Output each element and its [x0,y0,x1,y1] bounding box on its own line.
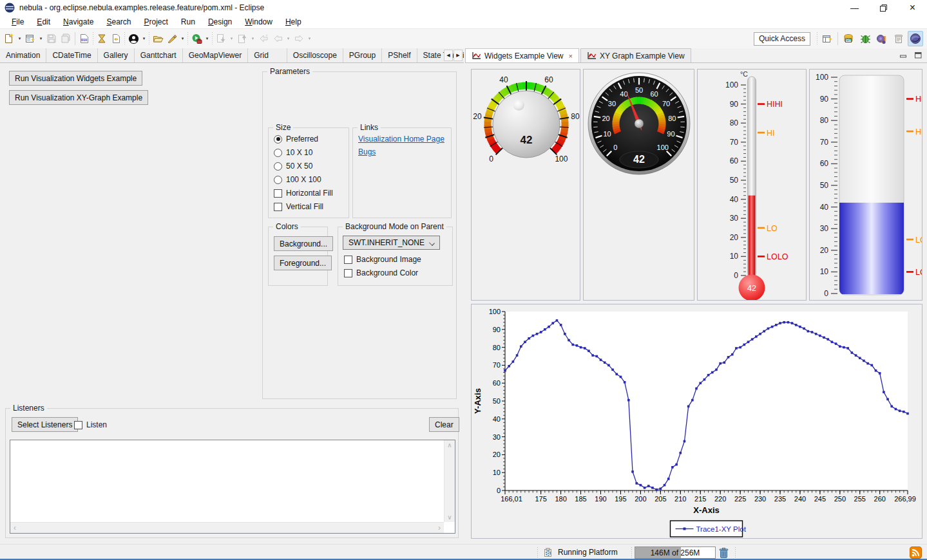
script-perspective-icon[interactable] [891,31,906,46]
nebula-perspective-icon[interactable] [908,31,923,46]
bugs-link[interactable]: Bugs [358,147,376,156]
radio-100x100[interactable]: 100 X 100 [274,175,321,184]
tab-pshelf[interactable]: PShelf [382,48,417,62]
previous-annotation-icon [235,32,249,46]
garbage-collect-icon[interactable] [718,547,729,559]
menu-window[interactable]: Window [238,17,279,28]
statusbar: Running Platform 146M of 256M [0,544,927,560]
tab-scroll-right-icon[interactable]: ▶ [454,50,463,61]
main-toolbar: ▾ ▾ 010 ▾ ▾ ▾ ▾ ▾ ▾ ▾ Quick Access [0,28,927,48]
menu-file[interactable]: File [5,17,30,28]
checkbox-background-color[interactable]: Background Color [344,268,418,277]
tab-gallery[interactable]: Gallery [98,48,135,62]
open-type-icon[interactable] [95,32,109,46]
visualization-home-page-link[interactable]: Visualization Home Page [358,135,444,144]
menu-project[interactable]: Project [137,17,174,28]
checkbox-vertical-fill[interactable]: Vertical Fill [274,202,323,211]
vertical-scrollbar[interactable]: ∧∨ [444,440,455,522]
toolbar-separator [148,32,150,45]
svg-text:0: 0 [734,271,738,280]
open-folder-icon[interactable] [151,32,165,46]
clear-button[interactable]: Clear [429,417,459,432]
debug-perspective-icon[interactable] [857,31,873,46]
tab-ganttchart[interactable]: Ganttchart [135,48,183,62]
svg-text:LO: LO [767,224,778,233]
menu-help[interactable]: Help [279,17,308,28]
radio-50x50[interactable]: 50 X 50 [274,162,312,171]
svg-text:LOLO: LOLO [767,252,788,261]
save-all-icon [59,32,73,46]
horizontal-scrollbar[interactable]: ‹› [10,522,444,533]
toolbar-separator [75,32,75,45]
checkbox-label: Vertical Fill [286,202,323,211]
knob-widget[interactable]: 02040608010042 [471,69,580,301]
tab-pgroup[interactable]: PGroup [343,48,382,62]
colors-group-title: Colors [273,222,301,231]
restore-button[interactable] [869,0,898,15]
tab-cdatetime[interactable]: CDateTime [46,48,97,62]
close-tab-icon[interactable]: × [569,52,573,60]
maximize-view-icon[interactable] [915,51,922,59]
tab-animation[interactable]: Animation [0,48,46,62]
highlight-icon[interactable] [165,32,179,46]
svg-text:30: 30 [730,214,739,223]
highlight-dropdown-icon[interactable]: ▾ [179,32,186,46]
background-mode-group-title: Background Mode on Parent [343,222,446,231]
user-dropdown-icon[interactable]: ▾ [140,32,148,46]
new-dropdown-icon[interactable]: ▾ [16,32,23,46]
menu-search[interactable]: Search [100,17,137,28]
svg-text:70: 70 [493,361,501,369]
radio-preferred[interactable]: Preferred [274,135,318,144]
git-perspective-icon[interactable]: GIT [841,31,856,46]
svg-text:20: 20 [493,451,501,458]
svg-text:20: 20 [820,246,829,255]
running-task-icon [543,547,553,557]
binary-file-icon[interactable]: 010 [77,32,91,46]
tab-geomapviewer[interactable]: GeoMapViewer [183,48,249,62]
minimize-view-icon[interactable] [900,51,907,59]
tab-widgets-example-view[interactable]: Widgets Example View × [465,48,579,62]
run-widgets-example-button[interactable]: Run Visualization Widgets Example [9,71,142,86]
menu-edit[interactable]: Edit [30,17,57,28]
close-button[interactable]: × [898,0,927,15]
menu-navigate[interactable]: Navigate [57,17,100,28]
xy-graph-widget[interactable]: 0102030405060708090100166,01175180185190… [471,304,922,539]
new-wizard-icon[interactable] [23,32,37,46]
status-separator [734,547,736,558]
new-icon[interactable] [2,32,16,46]
menu-run[interactable]: Run [175,17,202,28]
open-perspective-icon[interactable] [819,31,835,46]
minimize-button[interactable]: — [840,0,869,15]
menu-design[interactable]: Design [202,17,238,28]
notifications-icon[interactable] [910,546,922,559]
foreground-color-button[interactable]: Foreground... [274,256,332,270]
background-mode-dropdown[interactable]: SWT.INHERIT_NONE [343,236,440,250]
tab-oscilloscope[interactable]: Oscilloscope [287,48,343,62]
java-perspective-icon[interactable] [874,31,890,46]
gauge-widget[interactable]: 010203040506070809010042 [583,69,694,301]
run-dropdown-icon[interactable]: ▾ [204,32,211,46]
scroll-down-icon[interactable]: ∨ [447,514,452,521]
checkbox-background-image[interactable]: Background Image [344,255,421,264]
scroll-left-icon[interactable]: ‹ [14,523,16,532]
scroll-up-icon[interactable]: ∧ [447,442,452,449]
run-icon[interactable] [189,32,204,46]
svg-text:230: 230 [754,495,766,503]
background-color-button[interactable]: Background... [274,236,333,251]
tab-grid[interactable]: Grid [248,48,287,62]
run-xygraph-example-button[interactable]: Run Visualization XY-Graph Example [9,90,148,105]
checkbox-listen[interactable]: Listen [74,420,107,429]
quick-access-input[interactable]: Quick Access [754,32,810,46]
new-wizard-dropdown-icon[interactable]: ▾ [37,32,44,46]
open-resource-icon[interactable] [109,32,123,46]
scroll-right-icon[interactable]: › [438,523,441,532]
listener-log-textarea[interactable]: ∧∨ ‹› [10,440,455,534]
tab-scroll-left-icon[interactable]: ◀ [444,50,453,61]
user-icon[interactable] [126,32,140,46]
radio-10x10[interactable]: 10 X 10 [274,148,312,157]
svg-text:100: 100 [555,154,568,163]
select-listeners-button[interactable]: Select Listeners [12,417,78,432]
checkbox-horizontal-fill[interactable]: Horizontal Fill [274,189,333,198]
tab-xy-graph-example-view[interactable]: XY Graph Example View [580,48,691,62]
previous-annotation-dropdown-icon: ▾ [249,32,256,46]
